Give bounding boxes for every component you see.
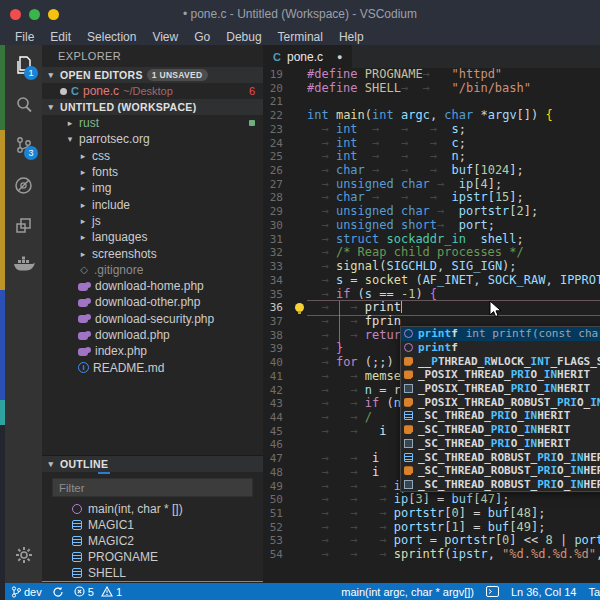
tree-item-download-home-php[interactable]: download-home.php xyxy=(42,278,263,294)
lightbulb-icon[interactable] xyxy=(295,303,304,312)
code-line-27[interactable]: 27 → unsigned char → ip[4]; xyxy=(263,178,600,192)
code-area[interactable]: 19#define PROGNAME→ "httpd"20#define SHE… xyxy=(263,68,600,583)
git-branch-item[interactable]: dev xyxy=(11,586,42,598)
outline-item-main-int-char-[interactable]: main(int, char * []) xyxy=(42,501,263,517)
code-line-31[interactable]: 31 → struct sockaddr_in shell; xyxy=(263,233,600,247)
code-line-28[interactable]: 28 → char → → → ipstr[15]; xyxy=(263,191,600,205)
suggestion-item[interactable]: _SC_THREAD_ROBUST_PRIO_INHERIT xyxy=(401,450,600,464)
search-icon[interactable] xyxy=(5,85,42,125)
suggestion-item[interactable]: __PTHREAD_RWLOCK_INT_FLAGS_SH xyxy=(401,354,600,368)
line-number: 41 xyxy=(263,370,293,384)
code-line-29[interactable]: 29 → unsigned char → portstr[2]; xyxy=(263,205,600,219)
settings-gear-icon[interactable] xyxy=(5,535,42,575)
code-line-content: → signal(SIGCHLD, SIG_IGN); xyxy=(307,260,600,274)
tree-item-js[interactable]: ▸js xyxy=(42,213,263,229)
sync-button[interactable] xyxy=(52,586,64,598)
menu-go[interactable]: Go xyxy=(187,29,217,45)
suggestion-item[interactable]: printf xyxy=(401,341,600,355)
tab-size-indicator[interactable]: Ta xyxy=(588,586,600,598)
menu-debug[interactable]: Debug xyxy=(219,29,268,45)
menu-file[interactable]: File xyxy=(8,29,41,45)
tree-item-download-other-php[interactable]: download-other.php xyxy=(42,294,263,310)
code-line-21[interactable]: 21 xyxy=(263,95,600,109)
tree-item-include[interactable]: ▸include xyxy=(42,196,263,212)
menu-edit[interactable]: Edit xyxy=(43,29,78,45)
tree-item-css[interactable]: ▸css xyxy=(42,148,263,164)
outline-filter-input[interactable] xyxy=(52,478,253,497)
code-line-32[interactable]: 32 → /* Reap child processes */ xyxy=(263,246,600,260)
outline-item-progname[interactable]: PROGNAME xyxy=(42,549,263,565)
code-line-33[interactable]: 33 → signal(SIGCHLD, SIG_IGN); xyxy=(263,260,600,274)
menu-view[interactable]: View xyxy=(145,29,185,45)
suggestion-item[interactable]: _SC_THREAD_ROBUST_PRIO_INHERIT xyxy=(401,478,600,492)
suggestion-item[interactable]: _SC_THREAD_PRIO_INHERIT xyxy=(401,409,600,423)
code-line-30[interactable]: 30 → unsigned short→ port; xyxy=(263,219,600,233)
tree-item--gitignore[interactable]: ◇.gitignore xyxy=(42,262,263,278)
menu-help[interactable]: Help xyxy=(332,29,371,45)
tree-item-readme-md[interactable]: iREADME.md xyxy=(42,359,263,375)
tree-item-screenshots[interactable]: ▸screenshots xyxy=(42,245,263,261)
gutter xyxy=(293,534,307,548)
tree-item-fonts[interactable]: ▸fonts xyxy=(42,164,263,180)
code-line-51[interactable]: 51 → → → portstr[0] = buf[48]; xyxy=(263,507,600,521)
code-line-19[interactable]: 19#define PROGNAME→ "httpd" xyxy=(263,68,600,82)
chevron-right-icon: ▸ xyxy=(78,200,88,210)
outline-item-magic1[interactable]: MAGIC1 xyxy=(42,517,263,533)
code-line-50[interactable]: 50 → → → ip[3] = buf[47]; xyxy=(263,493,600,507)
tree-item-index-php[interactable]: index.php xyxy=(42,343,263,359)
suggestion-item[interactable]: _SC_THREAD_PRIO_INHERIT xyxy=(401,437,600,451)
line-number: 36 xyxy=(263,301,293,315)
suggestion-item[interactable]: _SC_THREAD_ROBUST_PRIO_INHERIT xyxy=(401,464,600,478)
line-number: 26 xyxy=(263,164,293,178)
code-line-25[interactable]: 25 → int → → → n; xyxy=(263,150,600,164)
feedback-icon[interactable] xyxy=(486,586,499,597)
cursor-position[interactable]: Ln 36, Col 14 xyxy=(511,586,576,598)
tree-item-download-php[interactable]: download.php xyxy=(42,327,263,343)
line-number: 52 xyxy=(263,521,293,535)
code-line-26[interactable]: 26 → char → → → buf[1024]; xyxy=(263,164,600,178)
suggestion-item[interactable]: _POSIX_THREAD_PRIO_INHERIT xyxy=(401,382,600,396)
explorer-icon[interactable]: 1 xyxy=(5,45,42,85)
tree-item-label: rust xyxy=(79,116,99,130)
suggestion-item[interactable]: _SC_THREAD_PRIO_INHERIT xyxy=(401,423,600,437)
extensions-icon[interactable] xyxy=(5,205,42,245)
tree-item-parrotsec-org[interactable]: ▾parrotsec.org xyxy=(42,131,263,147)
code-line-22[interactable]: 22int main(int argc, char *argv[]) { xyxy=(263,109,600,123)
outline-header[interactable]: ▾ OUTLINE xyxy=(42,456,263,472)
open-editors-header[interactable]: ▾ OPEN EDITORS 1 UNSAVED xyxy=(42,67,263,83)
outline-item-magic2[interactable]: MAGIC2 xyxy=(42,533,263,549)
suggestion-item[interactable]: _POSIX_THREAD_ROBUST_PRIO_INH xyxy=(401,395,600,409)
problems-item[interactable]: 5 1 xyxy=(74,586,122,598)
code-line-54[interactable]: 54 → → → sprintf(ipstr, "%d.%d.%d.%d", i… xyxy=(263,548,600,562)
code-line-52[interactable]: 52 → → → portstr[1] = buf[49]; xyxy=(263,521,600,535)
module-kind-icon xyxy=(404,384,413,393)
menu-terminal[interactable]: Terminal xyxy=(271,29,330,45)
open-editor-item[interactable]: C pone.c ~/Desktop 6 xyxy=(42,83,263,99)
tree-item-languages[interactable]: ▸languages xyxy=(42,229,263,245)
menu-selection[interactable]: Selection xyxy=(80,29,143,45)
current-symbol[interactable]: main(int argc, char * argv[]) xyxy=(341,586,474,598)
code-line-content xyxy=(307,95,600,109)
suggestion-item[interactable]: _POSIX_THREAD_PRIO_INHERIT xyxy=(401,368,600,382)
gutter xyxy=(293,137,307,151)
outline-item-shell[interactable]: SHELL xyxy=(42,565,263,581)
source-control-icon[interactable]: 3 xyxy=(5,125,42,165)
workspace-header[interactable]: ▾ UNTITLED (WORKSPACE) xyxy=(42,99,263,115)
debug-disabled-icon[interactable] xyxy=(5,165,42,205)
code-line-content: #define PROGNAME→ "httpd" xyxy=(307,68,600,82)
code-line-20[interactable]: 20#define SHELL→ → "/bin/bash" xyxy=(263,82,600,96)
code-line-53[interactable]: 53 → → → port = portstr[0] << 8 | portst… xyxy=(263,534,600,548)
tree-item-img[interactable]: ▸img xyxy=(42,180,263,196)
code-line-24[interactable]: 24 → int → → → c; xyxy=(263,137,600,151)
gutter xyxy=(293,191,307,205)
tree-item-rust[interactable]: ▸rust xyxy=(42,115,263,131)
tree-item-download-security-php[interactable]: download-security.php xyxy=(42,311,263,327)
code-line-35[interactable]: 35 → if (s == -1) { xyxy=(263,288,600,302)
tab-pone-c[interactable]: C pone.c ● xyxy=(263,45,352,68)
unsaved-badge: 1 UNSAVED xyxy=(147,69,208,81)
code-line-23[interactable]: 23 → int → → → s; xyxy=(263,123,600,137)
docker-icon[interactable] xyxy=(5,245,42,285)
suggestion-item[interactable]: printfint printf(const char xyxy=(401,327,600,341)
code-line-36[interactable]: 36 → → print xyxy=(263,301,600,315)
code-line-34[interactable]: 34 → s = socket (AF_INET, SOCK_RAW, IPPR… xyxy=(263,274,600,288)
